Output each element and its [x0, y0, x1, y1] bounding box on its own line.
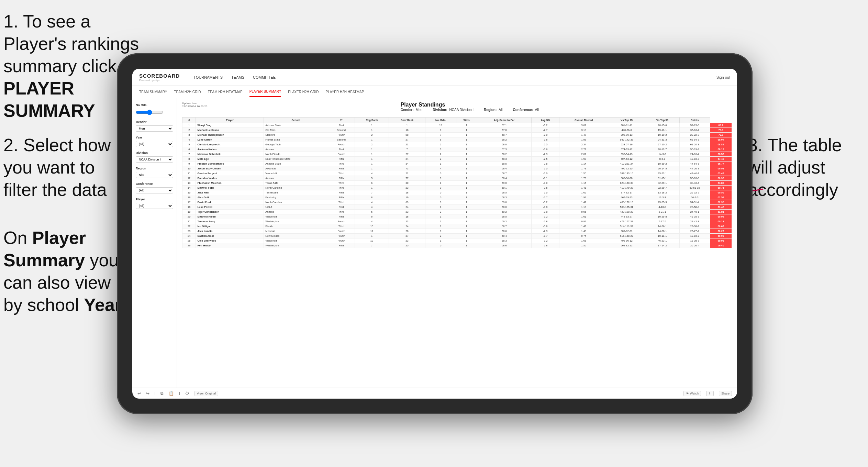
table-row: 4Luke ClatonFlorida StateSecond1276168.2… [182, 137, 732, 142]
table-row: 1Wenyi DingArizona StateFirst1115167.1-3… [182, 123, 732, 128]
col-avg-sg: Avg SG [531, 118, 559, 123]
subnav-player-summary[interactable]: PLAYER SUMMARY [249, 87, 281, 97]
table-row: 10Jacob Skov OlesenArkansasFifth1734168.… [182, 166, 732, 171]
table-header-row: # Player School Yr Reg Rank Conf Rank No… [182, 118, 732, 123]
player-label: Player [136, 198, 173, 201]
col-overall-record: Overall Record [559, 118, 608, 123]
logo-area: SCOREBOARD Powered by clipp [139, 73, 180, 82]
year-select[interactable]: (All) [136, 141, 173, 147]
no-rds-row [136, 109, 173, 116]
gender-select[interactable]: Men [136, 125, 173, 132]
subnav-team-h2h-heatmap[interactable]: TEAM H2H HEATMAP [208, 87, 243, 97]
tablet-screen: SCOREBOARD Powered by clipp TOURNAMENTS … [132, 69, 737, 399]
filter-division: Division: NCAA Division I [433, 108, 474, 112]
table-row: 13Phichaksn MaichonTexas A&MThird6301169… [182, 181, 732, 186]
table-row: 21Taehoon SongWashingtonFourth4231169.2-… [182, 219, 732, 224]
table-row: 15Jake HallTennesseeFifth7180168.5-1.51.… [182, 190, 732, 195]
filter-conference: Conference: All [513, 108, 538, 112]
filter-region: Region: All [484, 108, 502, 112]
table-row: 24Bastien AmatNew MexicoFourth1272169.4-… [182, 234, 732, 238]
col-rank: # [182, 118, 196, 123]
col-no-rds: No. Rds. [425, 118, 456, 123]
table-row: 12Brendan ValdesAuburnFifth5770168.4-1.1… [182, 176, 732, 181]
col-conf-rank: Conf Rank [389, 118, 425, 123]
sub-nav: TEAM SUMMARY TEAM H2H GRID TEAM H2H HEAT… [132, 86, 737, 98]
toolbar-view[interactable]: View: Original [194, 391, 218, 396]
region-label: Region [136, 167, 173, 170]
table-row: 19Tiger ChristensenArizonaThird5232169.2… [182, 210, 732, 214]
col-player: Player [196, 118, 264, 123]
nav-committee[interactable]: COMMITTEE [253, 74, 276, 81]
nav-teams[interactable]: TEAMS [231, 74, 244, 81]
table-header-section: Update time: 27/03/2024 16:56:26 Player … [182, 102, 732, 114]
table-row: 23Jack LundinMissouriFourth11280168.6-2.… [182, 229, 732, 234]
main-nav: TOURNAMENTS TEAMS COMMITTEE [193, 74, 706, 81]
update-time: Update time: 27/03/2024 16:56:26 [182, 102, 207, 108]
sidebar-gender: Gender Men [136, 120, 173, 132]
table-row: 7Nicholas GabrelcikNorth FloridaFourth12… [182, 152, 732, 157]
col-yr: Yr [328, 118, 355, 123]
sidebar-region: Region N/A [136, 167, 173, 178]
sidebar-division: Division NCAA Division I [136, 151, 173, 163]
division-select[interactable]: NCAA Division I [136, 156, 173, 163]
division-label: Division [136, 151, 173, 155]
watch-icon: 👁 [686, 392, 689, 395]
sidebar-no-rds: No Rds. [136, 103, 173, 116]
subnav-team-summary[interactable]: TEAM SUMMARY [139, 87, 167, 97]
subnav-player-h2h-grid[interactable]: PLAYER H2H GRID [288, 87, 319, 97]
gender-label: Gender [136, 120, 173, 124]
table-row: 20Matthew RiedelVanderbiltFifth6181168.5… [182, 214, 732, 219]
toolbar-copy[interactable]: ⧉ [160, 391, 164, 396]
col-points: Points [679, 118, 710, 123]
subnav-team-h2h-grid[interactable]: TEAM H2H GRID [174, 87, 201, 97]
region-select[interactable]: N/A [136, 172, 173, 178]
toolbar-paste[interactable]: 📋 [169, 391, 174, 396]
player-standings-table: # Player School Yr Reg Rank Conf Rank No… [182, 117, 732, 248]
table-row: 17David FordNorth CarolinaThird4690169.0… [182, 200, 732, 205]
table-row: 16Alex GoffKentuckyFifth8190168.3-1.71.9… [182, 195, 732, 200]
filter-gender: Gender: Men [400, 108, 422, 112]
col-vs-top25: Vs Top 25 [608, 118, 645, 123]
main-content: No Rds. Gender Men Year (All) [132, 98, 737, 388]
table-row: 26Petr HrubyWashingtonFifth7250168.6-1.8… [182, 243, 732, 248]
annotation-step2: 2. Select how you want to filter the dat… [3, 134, 117, 201]
annotation-playersummary: On Player Summary you can also view by s… [3, 227, 124, 316]
toolbar-undo[interactable]: ↩ [137, 391, 141, 396]
toolbar-separator2: | [179, 392, 180, 395]
col-wins: Wins [456, 118, 477, 123]
sidebar-year: Year (All) [136, 136, 173, 147]
logo-title: SCOREBOARD [139, 73, 180, 79]
toolbar-separator: | [155, 392, 155, 395]
col-school: School [264, 118, 328, 123]
toolbar-download[interactable]: ⬇ [706, 391, 714, 396]
table-row: 18Luke PowellUCLAFirst4241168.0-1.81.135… [182, 205, 732, 210]
no-rds-label: No Rds. [136, 103, 173, 107]
toolbar-clock: ⏱ [185, 391, 189, 396]
toolbar-redo[interactable]: ↪ [146, 391, 149, 396]
filter-row: Gender: Men Division: NCAA Division I Re… [400, 108, 538, 112]
app-header: SCOREBOARD Powered by clipp TOURNAMENTS … [132, 69, 737, 86]
sidebar: No Rds. Gender Men Year (All) [132, 98, 177, 388]
col-adj-score: Adj. Score to Par [477, 118, 531, 123]
bottom-toolbar: ↩ ↪ | ⧉ 📋 | ⏱ View: Original 👁 Watch ⬇ S… [132, 388, 737, 399]
toolbar-share[interactable]: Share [719, 391, 732, 396]
table-row: 6Jackson KoivunAuburnFirst173167.3-1.62.… [182, 147, 732, 152]
table-row: 11Gordon SargentVanderbiltThird4210168.7… [182, 171, 732, 176]
col-reg-rank: Reg Rank [355, 118, 389, 123]
player-select[interactable]: (All) [136, 203, 173, 209]
nav-tournaments[interactable]: TOURNAMENTS [193, 74, 223, 81]
table-row: 22Ian GilliganFloridaThird10241168.7-0.8… [182, 224, 732, 229]
no-rds-slider[interactable] [136, 109, 163, 116]
table-area: Update time: 27/03/2024 16:56:26 Player … [177, 98, 737, 388]
sign-out[interactable]: Sign out [716, 75, 730, 79]
logo-subtitle: Powered by clipp [139, 79, 180, 82]
table-row: 5Christo LamprechtGeorgia TechFourth2212… [182, 142, 732, 147]
conference-label: Conference [136, 182, 173, 186]
conference-select[interactable]: (All) [136, 187, 173, 193]
sidebar-player: Player (All) [136, 198, 173, 209]
toolbar-watch[interactable]: 👁 Watch [683, 391, 701, 396]
table-row: 3Michael ThorbjornsenStanfordFourth28871… [182, 133, 732, 137]
tablet-frame: SCOREBOARD Powered by clipp TOURNAMENTS … [117, 53, 753, 414]
table-row: 8Mats EgeEast Tennessee StateFifth124216… [182, 157, 732, 162]
subnav-player-h2h-heatmap[interactable]: PLAYER H2H HEATMAP [326, 87, 364, 97]
